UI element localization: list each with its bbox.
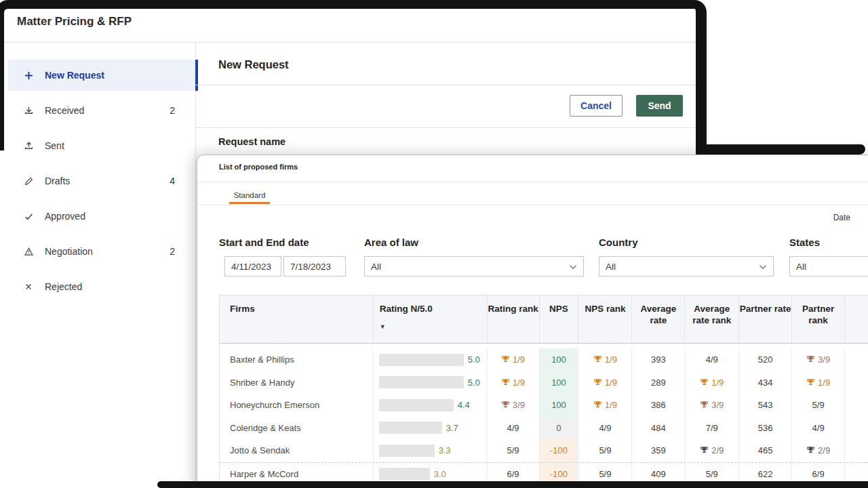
active-indicator bbox=[195, 60, 198, 91]
rank-value: 4/9 bbox=[578, 417, 632, 440]
panel-divider bbox=[197, 182, 868, 182]
filter-label-area: Area of law bbox=[364, 237, 418, 248]
sidebar-item-label: Received bbox=[45, 105, 84, 116]
column-header-firms[interactable]: Firms bbox=[220, 296, 374, 343]
sidebar-item-received[interactable]: Received2 bbox=[8, 95, 195, 126]
states-dropdown[interactable]: All bbox=[789, 256, 868, 277]
table-cell-partial bbox=[845, 439, 868, 462]
cancel-button[interactable]: Cancel bbox=[570, 95, 623, 117]
table-cell: 100 bbox=[540, 394, 579, 417]
sidebar-item-label: Negotiation bbox=[45, 246, 93, 257]
header-divider bbox=[0, 42, 696, 43]
rank-value: 484 bbox=[632, 417, 685, 440]
column-header-label: Partner rate bbox=[740, 304, 791, 314]
pencil-icon bbox=[24, 177, 39, 186]
column-header-label: Average rate bbox=[640, 304, 676, 325]
rank-value: 5/9 bbox=[578, 439, 632, 462]
filter-label-dates: Start and End date bbox=[219, 237, 309, 248]
rating-value: 3.3 bbox=[439, 445, 451, 455]
new-request-title: New Request bbox=[218, 58, 289, 71]
rating-bar bbox=[379, 376, 464, 388]
area-of-law-value: All bbox=[371, 262, 381, 272]
nps-value: 100 bbox=[540, 371, 578, 394]
table-cell: 1/9 bbox=[488, 371, 540, 394]
sidebar-item-approved[interactable]: Approved bbox=[8, 201, 195, 232]
table-row: Shriber & Handy5.01/91001/92891/94341/9 bbox=[220, 371, 868, 394]
rank-value: 5/9 bbox=[792, 394, 845, 417]
sidebar-item-rejected[interactable]: Rejected bbox=[8, 271, 195, 302]
trophy-icon-gold bbox=[806, 378, 815, 387]
column-header-rating-rank[interactable]: Rating rank bbox=[488, 296, 540, 343]
rank-value: 2/9 bbox=[711, 445, 724, 455]
table-cell: 1/9 bbox=[488, 348, 540, 371]
column-header-label: Rating rank bbox=[488, 304, 538, 314]
firms-table: FirmsRating N/5.0▼Rating rankNPSNPS rank… bbox=[219, 295, 868, 485]
check-icon bbox=[24, 212, 39, 221]
rating-value: 4.4 bbox=[458, 400, 470, 410]
column-header-average-rate[interactable]: Average rate bbox=[632, 296, 685, 343]
rank-value: 543 bbox=[739, 394, 792, 417]
rating-bar bbox=[379, 399, 454, 411]
rating-cell: 3.3 bbox=[374, 439, 488, 462]
column-header-label: Partner rank bbox=[802, 304, 834, 325]
sidebar-item-label: New Request bbox=[45, 70, 104, 81]
table-body: Baxter & Phillips5.01/91001/93934/95203/… bbox=[220, 344, 868, 485]
rank-value: 1/9 bbox=[605, 378, 617, 388]
filter-label-country: Country bbox=[599, 237, 638, 248]
rank-value: 3/9 bbox=[513, 400, 525, 410]
firm-name: Shriber & Handy bbox=[220, 371, 374, 394]
rank-value: 1/9 bbox=[605, 400, 617, 410]
request-name-label: Request name bbox=[218, 136, 285, 147]
chevron-down-icon bbox=[569, 263, 577, 273]
start-date-input[interactable] bbox=[224, 256, 281, 277]
send-button[interactable]: Send bbox=[636, 95, 683, 117]
trophy-icon-bronze bbox=[501, 401, 510, 409]
column-header-nps-rank[interactable]: NPS rank bbox=[578, 296, 632, 343]
trophy-icon-gold bbox=[593, 401, 602, 409]
table-cell-partial bbox=[845, 371, 868, 394]
table-cell-partial bbox=[845, 394, 868, 417]
trophy-icon-silver bbox=[700, 446, 709, 455]
table-cell: 3/9 bbox=[792, 348, 845, 371]
table-row: Jotto & Sendak3.35/9-1005/93592/94652/9 bbox=[220, 439, 868, 463]
screenshot-canvas: Matter Pricing & RFP New RequestReceived… bbox=[0, 0, 868, 488]
section-divider-2 bbox=[195, 127, 696, 128]
rank-value: 4/9 bbox=[792, 417, 845, 440]
column-header-nps[interactable]: NPS bbox=[540, 296, 579, 343]
table-cell: 1/9 bbox=[792, 371, 845, 394]
column-header-rating-n-5-0[interactable]: Rating N/5.0▼ bbox=[374, 296, 488, 343]
table-cell: 0 bbox=[540, 417, 579, 440]
table-row: Baxter & Phillips5.01/91001/93934/95203/… bbox=[220, 348, 868, 371]
sidebar-item-new-request[interactable]: New Request bbox=[8, 60, 195, 91]
end-date-input[interactable] bbox=[283, 256, 346, 277]
trophy-icon-gold bbox=[593, 378, 602, 387]
rank-value: 1/9 bbox=[818, 378, 830, 388]
rank-value: 4/9 bbox=[685, 348, 739, 371]
rank-value: 520 bbox=[739, 348, 792, 371]
sort-desc-icon: ▼ bbox=[380, 321, 487, 333]
sidebar-item-count: 2 bbox=[170, 246, 175, 257]
nps-value: 100 bbox=[540, 348, 578, 371]
trophy-icon-silver bbox=[806, 446, 815, 455]
sidebar-item-negotiation[interactable]: Negotiation2 bbox=[8, 236, 195, 267]
country-value: All bbox=[606, 262, 616, 272]
rating-bar bbox=[379, 445, 435, 457]
column-header-average-rate-rank[interactable]: Average rate rank bbox=[685, 296, 739, 343]
column-header-partner-rank[interactable]: Partner rank bbox=[792, 296, 845, 343]
table-cell-partial bbox=[845, 417, 868, 440]
sidebar-item-drafts[interactable]: Drafts4 bbox=[8, 165, 195, 197]
sidebar-item-sent[interactable]: Sent bbox=[8, 130, 195, 161]
rank-value: 3/9 bbox=[818, 354, 830, 365]
rank-value: 4/9 bbox=[488, 417, 540, 440]
sidebar-item-label: Sent bbox=[45, 140, 64, 151]
modal-frame-top-bar bbox=[696, 144, 865, 155]
page-title: Matter Pricing & RFP bbox=[17, 15, 132, 28]
tab-active-indicator bbox=[229, 202, 270, 204]
column-header-partner-rate[interactable]: Partner rate bbox=[739, 296, 792, 343]
proposed-firms-panel: List of proposed firms Standard Date Sta… bbox=[197, 155, 868, 488]
panel-title: List of proposed firms bbox=[219, 163, 298, 171]
area-of-law-dropdown[interactable]: All bbox=[364, 256, 584, 277]
country-dropdown[interactable]: All bbox=[599, 256, 774, 277]
firm-name: Coleridge & Keats bbox=[220, 417, 374, 440]
rating-bar bbox=[379, 422, 442, 434]
